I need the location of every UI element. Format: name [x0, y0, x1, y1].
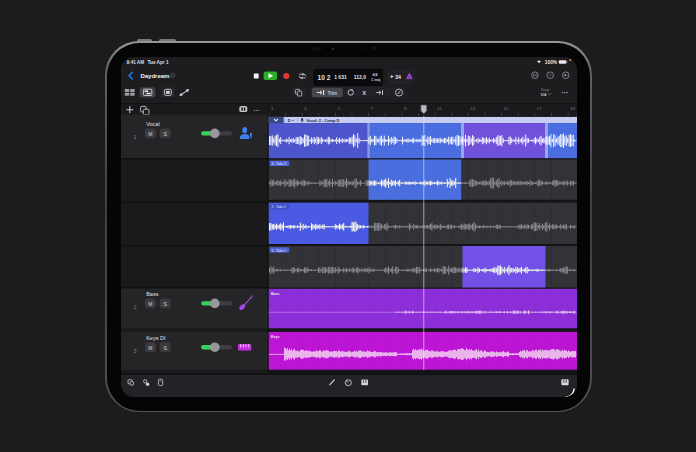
svg-text:15: 15 [503, 106, 508, 111]
svg-text:C maj: C maj [371, 77, 380, 81]
svg-text:Daydream: Daydream [140, 72, 169, 78]
svg-text:S: S [163, 300, 167, 306]
svg-text:1/4: 1/4 [540, 91, 547, 96]
svg-text:4/4: 4/4 [372, 73, 377, 77]
svg-text:Tue Apr 1: Tue Apr 1 [147, 60, 168, 65]
svg-text:Keys: Keys [271, 335, 280, 339]
svg-text:1 - Take 1: 1 - Take 1 [271, 248, 286, 252]
svg-text:M: M [148, 300, 152, 306]
svg-text:S: S [163, 344, 167, 350]
svg-text:Bass: Bass [146, 291, 158, 297]
svg-text:9:41 AM: 9:41 AM [126, 60, 144, 65]
svg-text:Vocal: Vocal [146, 121, 159, 127]
svg-text:Keys DI: Keys DI [146, 335, 166, 341]
svg-text:13: 13 [470, 106, 475, 111]
svg-text:11: 11 [437, 106, 442, 111]
svg-text:17: 17 [536, 106, 541, 111]
svg-text:10 2: 10 2 [317, 73, 330, 80]
svg-text:M: M [148, 344, 152, 350]
svg-text:112,0: 112,0 [353, 74, 365, 80]
svg-text:3 - Take 3: 3 - Take 3 [271, 162, 286, 166]
svg-text:2 - Take 2: 2 - Take 2 [271, 205, 286, 209]
svg-text:Trim: Trim [327, 90, 337, 95]
svg-text:2: 2 [133, 305, 136, 310]
svg-text:1 631: 1 631 [334, 74, 347, 80]
svg-text:···: ··· [253, 106, 259, 113]
svg-text:34: 34 [395, 74, 401, 80]
svg-text:100%: 100% [544, 60, 557, 65]
svg-text:D: D [287, 117, 290, 122]
svg-text:···: ··· [561, 89, 568, 96]
svg-text:X: X [362, 89, 366, 95]
svg-text:Vocal: 2 - Comp D: Vocal: 2 - Comp D [306, 117, 339, 122]
svg-text:3: 3 [133, 348, 136, 353]
svg-text:M: M [148, 130, 152, 136]
svg-text:Bass: Bass [271, 292, 280, 296]
svg-text:1: 1 [133, 135, 136, 140]
svg-text:19: 19 [570, 106, 575, 111]
svg-text:S: S [163, 130, 167, 136]
